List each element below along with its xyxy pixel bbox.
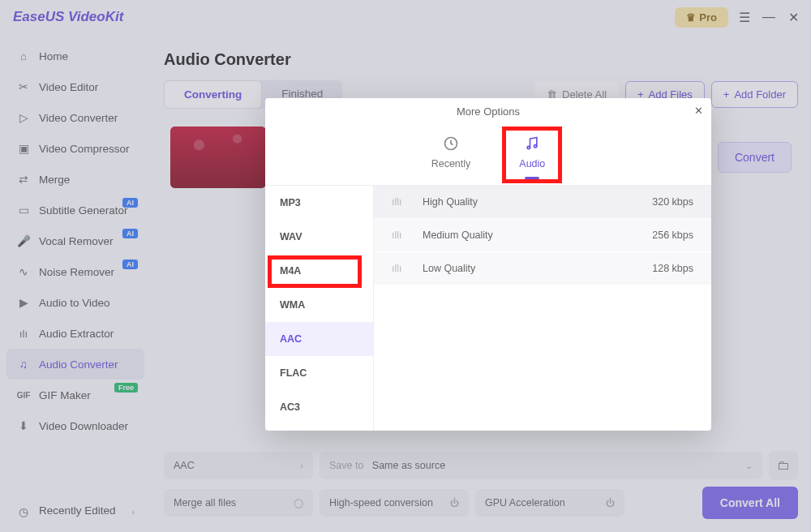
modal-tab-recently[interactable]: Recently xyxy=(431,134,471,176)
modal-tab-audio[interactable]: Audio xyxy=(519,134,545,176)
clock-icon xyxy=(441,134,461,153)
quality-name: High Quality xyxy=(423,196,629,208)
svg-point-1 xyxy=(527,146,530,148)
modal-tabs: Recently Audio xyxy=(265,124,711,186)
quality-rate: 320 kbps xyxy=(629,196,693,208)
modal-title: More Options xyxy=(457,105,520,118)
format-item-flac[interactable]: FLAC xyxy=(265,356,373,390)
format-item-aac[interactable]: AAC xyxy=(265,322,373,356)
quality-name: Low Quality xyxy=(423,263,629,274)
music-icon xyxy=(522,134,542,153)
quality-rate: 128 kbps xyxy=(629,263,693,274)
quality-name: Medium Quality xyxy=(423,230,629,241)
waveform-icon: ıllı xyxy=(392,263,410,274)
modal-tab-label: Audio xyxy=(519,158,545,169)
waveform-icon: ıllı xyxy=(392,196,410,208)
quality-row-high[interactable]: ıllıHigh Quality320 kbps xyxy=(374,186,711,218)
close-icon: ✕ xyxy=(694,105,703,117)
modal-body: MP3 WAV M4A WMA AAC FLAC AC3 ıllıHigh Qu… xyxy=(265,186,711,431)
modal-header: More Options ✕ xyxy=(265,98,711,124)
format-item-ac3[interactable]: AC3 xyxy=(265,390,373,424)
format-item-mp3[interactable]: MP3 xyxy=(265,186,373,220)
format-item-wma[interactable]: WMA xyxy=(265,288,373,322)
quality-list: ıllıHigh Quality320 kbps ıllıMedium Qual… xyxy=(374,186,711,431)
quality-row-medium[interactable]: ıllıMedium Quality256 kbps xyxy=(374,219,711,251)
svg-point-2 xyxy=(534,144,537,147)
more-options-modal: More Options ✕ Recently Audio MP3 WAV M4… xyxy=(265,98,711,431)
format-item-wav[interactable]: WAV xyxy=(265,220,373,254)
waveform-icon: ıllı xyxy=(392,230,410,241)
modal-close-button[interactable]: ✕ xyxy=(694,105,703,117)
format-list: MP3 WAV M4A WMA AAC FLAC AC3 xyxy=(265,186,374,431)
modal-tab-label: Recently xyxy=(431,158,471,169)
quality-row-low[interactable]: ıllıLow Quality128 kbps xyxy=(374,252,711,285)
quality-rate: 256 kbps xyxy=(629,230,693,241)
format-item-m4a[interactable]: M4A xyxy=(265,254,373,288)
